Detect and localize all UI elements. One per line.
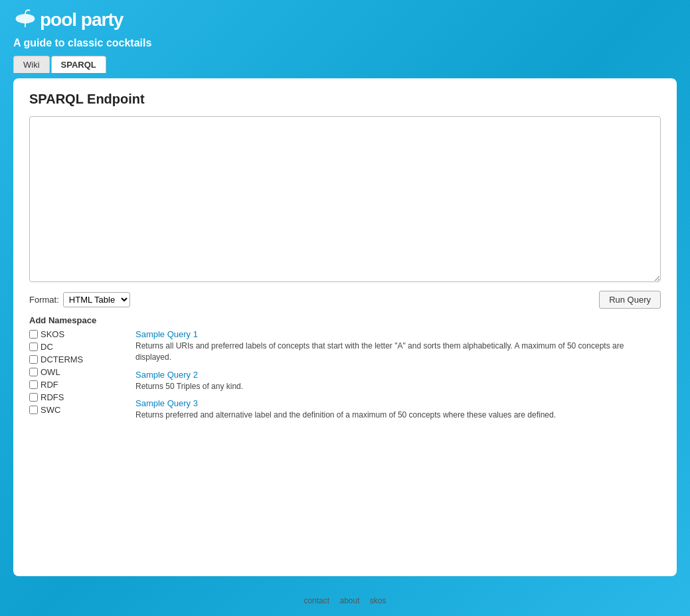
page-title: SPARQL Endpoint — [29, 92, 661, 107]
sparql-query-input[interactable] — [29, 116, 661, 282]
footer-skos-link[interactable]: skos — [370, 596, 387, 605]
sample-query-2-desc: Returns 50 Triples of any kind. — [135, 381, 661, 392]
tab-sparql[interactable]: SPARQL — [51, 56, 106, 73]
tabs-bar: Wiki SPARQL — [13, 56, 677, 73]
namespace-dcterms[interactable]: DCTERMS — [29, 354, 109, 364]
logo-text: pool party — [40, 9, 123, 31]
namespace-skos[interactable]: SKOS — [29, 329, 109, 339]
logo-icon — [13, 8, 37, 32]
namespace-dc[interactable]: DC — [29, 342, 109, 352]
checkbox-dcterms[interactable] — [29, 355, 38, 364]
sample-queries: Sample Query 1 Returns all URIs and pref… — [135, 329, 661, 427]
tab-wiki[interactable]: Wiki — [13, 56, 50, 73]
checkbox-rdf[interactable] — [29, 380, 38, 389]
site-title: A guide to classic cocktails — [13, 37, 677, 49]
checkbox-swc[interactable] — [29, 406, 38, 414]
logo: pool party — [13, 8, 677, 32]
namespace-rdf[interactable]: RDF — [29, 380, 109, 390]
namespace-checkboxes: SKOS DC DCTERMS OWL RDF RDFS SWC — [29, 329, 109, 415]
svg-rect-1 — [25, 19, 26, 27]
format-label: Format: — [29, 295, 59, 305]
checkbox-owl[interactable] — [29, 368, 38, 376]
checkbox-dc[interactable] — [29, 343, 38, 351]
namespace-rdfs[interactable]: RDFS — [29, 392, 109, 402]
format-left: Format: HTML Table XML JSON CSV — [29, 292, 130, 307]
sample-query-3-link[interactable]: Sample Query 3 — [135, 398, 661, 408]
checkbox-skos[interactable] — [29, 330, 38, 339]
footer-about-link[interactable]: about — [339, 596, 359, 605]
sample-query-1-link[interactable]: Sample Query 1 — [135, 329, 661, 339]
sample-query-3-desc: Returns preferred and alternative label … — [135, 410, 661, 421]
checkbox-rdfs[interactable] — [29, 393, 38, 402]
main-panel: SPARQL Endpoint Format: HTML Table XML J… — [13, 78, 677, 576]
namespace-owl[interactable]: OWL — [29, 367, 109, 377]
header: pool party A guide to classic cocktails … — [0, 0, 690, 78]
format-select[interactable]: HTML Table XML JSON CSV — [63, 292, 130, 307]
namespace-swc[interactable]: SWC — [29, 405, 109, 415]
run-query-button[interactable]: Run Query — [599, 291, 661, 309]
footer-contact-link[interactable]: contact — [303, 596, 329, 605]
sample-query-2-link[interactable]: Sample Query 2 — [135, 370, 661, 380]
footer: contact about skos — [0, 589, 690, 612]
namespace-section: SKOS DC DCTERMS OWL RDF RDFS SWC Sampl — [29, 329, 661, 427]
format-row: Format: HTML Table XML JSON CSV Run Quer… — [29, 291, 661, 309]
add-namespace-title: Add Namespace — [29, 315, 661, 325]
sample-query-1-desc: Returns all URIs and preferred labels of… — [135, 341, 661, 363]
